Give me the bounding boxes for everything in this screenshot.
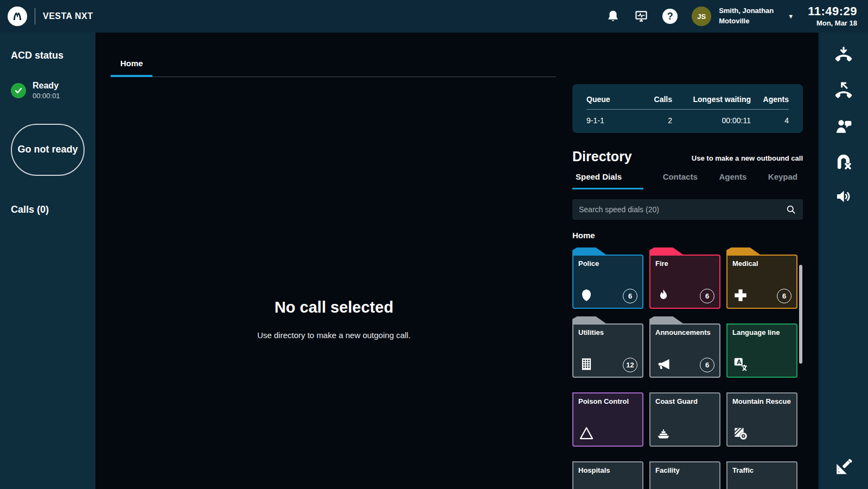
tab-home[interactable]: Home [111,54,152,77]
search-icon[interactable] [786,204,796,215]
tile-label: Facility [655,467,714,475]
directory-tab-contacts[interactable]: Contacts [661,172,700,189]
tile-label: Traffic [732,467,792,475]
agent-assist-icon[interactable] [834,116,853,137]
workspace-tabstrip: Home [111,54,556,77]
count-badge: 6 [623,289,637,303]
tile-label: Language line [732,329,792,337]
clock-date: Mon, Mar 18 [816,19,857,27]
topbar-actions: ? JS Smith, Jonathan Motoville ▼ 11:49:2… [606,4,857,28]
no-call-empty-state: No call selected Use directory to make a… [95,299,572,340]
queue-cell: 4 [751,116,789,125]
top-bar: VESTA NXT ? JS Smith, Jonathan Motoville… [0,0,868,33]
speed-dial-utilities[interactable]: Utilities12 [572,316,643,378]
speed-dial-hospitals[interactable]: Hospitals [572,454,643,489]
main-workspace: Home No call selected Use directory to m… [95,33,818,489]
search-input[interactable] [579,205,786,214]
flame-icon [655,287,672,303]
tile-label: Utilities [578,329,637,337]
go-not-ready-button[interactable]: Go not ready [11,124,85,176]
medical-cross-icon [732,287,749,303]
tile-body: Coast Guard [649,392,720,447]
system-monitor-icon[interactable] [634,9,648,23]
tile-body: Facility [649,461,720,489]
scrollbar-thumb[interactable] [799,265,802,364]
release-call-icon[interactable] [834,81,853,102]
speed-dial-section-label: Home [572,231,805,243]
speed-dial-row: Utilities12Announcements6Language line [572,316,797,378]
answer-call-icon[interactable] [834,46,853,67]
directory-tabs: Speed DialsContactsAgentsKeypad [572,172,803,189]
vesta-nxt-app: VESTA NXT ? JS Smith, Jonathan Motoville… [0,0,868,489]
speed-dial-language-line[interactable]: Language line [726,316,797,378]
tile-body: Announcements6 [649,323,720,378]
speed-dial-poison-control[interactable]: Poison Control [572,385,643,447]
user-name: Smith, Jonathan Motoville [719,6,774,27]
tile-label: Police [578,260,637,268]
folder-tab [572,316,606,323]
speed-dial-traffic[interactable]: Traffic [726,454,797,489]
acd-status-text: Ready 00:00:01 [33,81,60,100]
empty-state-subtitle: Use directory to make a new outgoing cal… [95,331,572,340]
tile-body: Hospitals [572,461,643,489]
translate-icon [732,356,749,372]
megaphone-icon [655,356,672,372]
search-box [572,199,803,220]
tile-body: Poison Control [572,392,643,447]
queue-remove-icon[interactable] [834,151,853,173]
avatar[interactable]: JS [692,7,711,26]
tile-label: Medical [732,260,792,268]
warning-triangle-icon [578,425,595,441]
help-icon[interactable]: ? [662,9,678,24]
clock: 11:49:29 Mon, Mar 18 [808,4,857,28]
folder-tab [726,247,760,255]
user-name-line1: Smith, Jonathan [719,7,774,15]
tile-label: Coast Guard [655,398,714,406]
directory-tab-agents[interactable]: Agents [717,172,749,189]
tile-body: Traffic [726,461,797,489]
measure-edit-icon[interactable] [834,457,853,478]
acd-status-timer: 00:00:01 [33,92,60,100]
folder-tab [649,316,683,323]
tile-body: Mountain Rescue [726,392,797,447]
call-action-bar [818,33,868,489]
queue-col-header-longest-waiting: Longest waiting [672,95,751,104]
acd-sidebar: ACD status Ready 00:00:01 Go not ready C… [0,33,95,489]
boat-icon [655,425,672,441]
queue-header-row: QueueCallsLongest waitingAgents [586,91,789,110]
question-mark: ? [662,9,678,24]
speed-dial-coast-guard[interactable]: Coast Guard [649,385,720,447]
chevron-down-icon[interactable]: ▼ [788,13,794,20]
acd-status-label: Ready [33,81,59,90]
motorola-logo-icon [8,7,27,26]
volume-icon[interactable] [834,187,853,208]
speed-dial-announcements[interactable]: Announcements6 [649,316,720,378]
directory-hint: Use to make a new outbound call [692,154,803,164]
directory-title: Directory [572,149,632,164]
speed-dial-fire[interactable]: Fire6 [649,247,720,309]
tile-body: Police6 [572,255,643,309]
folder-tab [649,247,683,255]
tile-body: Fire6 [649,255,720,309]
police-badge-icon [578,287,595,303]
directory-tab-speed-dials[interactable]: Speed Dials [572,172,643,189]
bell-icon[interactable] [606,9,620,23]
tile-body: Utilities12 [572,323,643,378]
folder-tab [572,247,606,255]
tile-label: Mountain Rescue [732,398,792,406]
queue-col-header-queue: Queue [586,95,629,104]
speed-dial-mountain-rescue[interactable]: Mountain Rescue [726,385,797,447]
brand-divider [35,8,35,24]
directory-tab-keypad[interactable]: Keypad [766,172,800,189]
queue-rows: 9-1-1200:00:114 [586,110,789,125]
speed-dial-row: HospitalsFacilityTraffic [572,454,797,489]
speed-dial-facility[interactable]: Facility [649,454,720,489]
speed-dial-medical[interactable]: Medical6 [726,247,797,309]
speed-dial-police[interactable]: Police6 [572,247,643,309]
acd-status-row: Ready 00:00:01 [11,81,85,100]
queue-row: 9-1-1200:00:114 [586,110,789,125]
tile-label: Fire [655,260,714,268]
building-icon [578,356,595,372]
tile-body: Medical6 [726,255,797,309]
queue-cell: 2 [629,116,672,125]
